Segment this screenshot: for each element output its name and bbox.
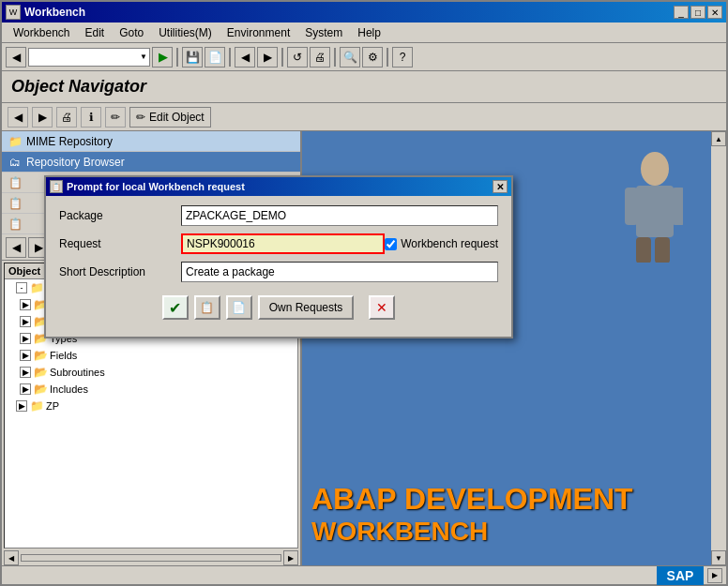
dialog-title-text: Prompt for local Workbench request (67, 181, 493, 192)
short-desc-row: Short Description (59, 262, 498, 282)
dialog-button-bar: ✔ 📋 📄 Own Requests ✕ (59, 290, 498, 327)
request-row: Request Workbench request (59, 233, 498, 254)
workbench-request-label: Workbench request (401, 237, 498, 250)
dialog-close-button[interactable]: ✕ (493, 180, 508, 193)
short-desc-label: Short Description (59, 265, 181, 278)
dialog-body: Package Request Workbench request Short … (46, 196, 511, 337)
dialog-icon: 📋 (50, 180, 63, 193)
package-input[interactable] (181, 205, 498, 226)
main-window: W Workbench _ □ ✕ Workbench Edit Goto Ut… (0, 0, 728, 586)
doc-button[interactable]: 📄 (226, 295, 252, 320)
dialog-overlay: 📋 Prompt for local Workbench request ✕ P… (2, 2, 726, 584)
workbench-dialog: 📋 Prompt for local Workbench request ✕ P… (44, 175, 513, 338)
workbench-checkbox[interactable] (385, 238, 397, 250)
short-desc-input[interactable] (181, 262, 498, 282)
request-input[interactable] (181, 233, 385, 254)
package-row: Package (59, 205, 498, 226)
own-requests-button[interactable]: Own Requests (258, 295, 355, 320)
confirm-button[interactable]: ✔ (162, 295, 189, 320)
cancel-dialog-button[interactable]: ✕ (369, 295, 395, 320)
copy-button[interactable]: 📋 (194, 295, 220, 320)
package-label: Package (59, 209, 181, 222)
request-label: Request (59, 237, 181, 250)
dialog-title-bar: 📋 Prompt for local Workbench request ✕ (46, 177, 511, 196)
